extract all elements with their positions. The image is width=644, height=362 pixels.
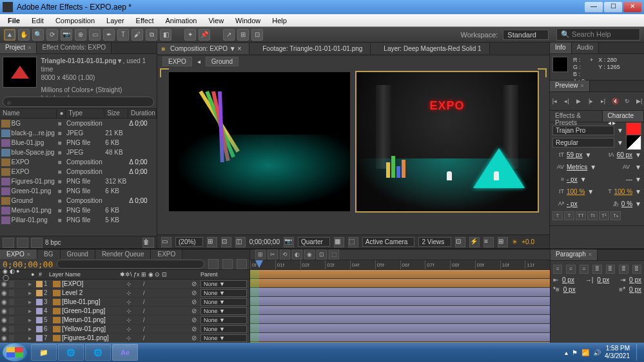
tl-tab-render[interactable]: Render Queue bbox=[95, 249, 151, 259]
bold-icon[interactable]: T bbox=[552, 211, 563, 220]
prev-frame-icon[interactable]: ◂| bbox=[562, 96, 572, 106]
grid-icon[interactable]: ⊞ bbox=[207, 237, 217, 247]
project-item[interactable]: Blue-01.jpg■PNG file6 KB bbox=[0, 138, 157, 148]
roto-tool[interactable]: ✦ bbox=[184, 29, 196, 41]
transparency-icon[interactable]: ▦ bbox=[334, 237, 344, 247]
leading[interactable]: 60 px bbox=[617, 151, 632, 158]
camera-selector[interactable]: Active Camera bbox=[362, 237, 415, 247]
italic-icon[interactable]: T bbox=[564, 211, 574, 220]
ram-preview-icon[interactable]: ▶| bbox=[634, 96, 644, 106]
type-tool[interactable]: T bbox=[117, 29, 129, 41]
delete-icon[interactable]: 🗑 bbox=[142, 238, 154, 248]
first-frame-icon[interactable]: |◂ bbox=[550, 96, 560, 106]
font-family-selector[interactable]: Trajan Pro bbox=[552, 126, 614, 135]
project-item[interactable]: BG■CompositionΔ 0;00 bbox=[0, 119, 157, 128]
layer-track[interactable] bbox=[250, 270, 550, 279]
project-item[interactable]: Figures-01.png■PNG file312 KB bbox=[0, 176, 157, 186]
selection-tool[interactable]: ▲ bbox=[4, 29, 15, 41]
project-item[interactable]: Pillar-01.png■PNG file5 KB bbox=[0, 215, 157, 225]
viewport-left[interactable] bbox=[169, 72, 350, 211]
tl-btn-3[interactable]: ⟲ bbox=[280, 249, 290, 260]
tl-btn-6[interactable]: ⊡ bbox=[317, 249, 327, 260]
indent-first[interactable]: 0 px bbox=[597, 276, 609, 283]
tl-btn-1[interactable]: ⊞ bbox=[255, 249, 266, 260]
align-center-icon[interactable]: ≡ bbox=[566, 265, 575, 274]
viewport-right[interactable]: EXPO bbox=[356, 72, 538, 211]
hand-tool[interactable]: ✋ bbox=[18, 29, 30, 41]
help-search[interactable]: 🔍 Search Help bbox=[556, 28, 640, 41]
layer-row[interactable]: ◉▸2Level 2⊹/⊘None ▼ bbox=[0, 289, 249, 298]
puppet-tool[interactable]: 📌 bbox=[199, 29, 210, 41]
new-folder-icon[interactable] bbox=[17, 238, 28, 248]
layer-track[interactable] bbox=[250, 333, 550, 342]
crumb-expo[interactable]: EXPO bbox=[162, 57, 192, 66]
menu-edit[interactable]: Edit bbox=[26, 15, 49, 26]
effects-presets-tab[interactable]: Effects & Presets bbox=[550, 111, 603, 122]
comp-mini-flowchart-icon[interactable] bbox=[208, 259, 219, 269]
play-icon[interactable]: ▶ bbox=[574, 96, 584, 106]
align-right-icon[interactable]: ≡ bbox=[580, 265, 589, 274]
layer-track[interactable] bbox=[250, 324, 550, 333]
loop-icon[interactable]: ↻ bbox=[623, 96, 632, 106]
project-item[interactable]: black-g…re.jpg■JPEG21 KB bbox=[0, 128, 157, 138]
shy-icon[interactable] bbox=[237, 259, 247, 269]
track-area[interactable] bbox=[250, 270, 550, 351]
new-comp-icon[interactable] bbox=[31, 238, 43, 248]
project-item[interactable]: EXPO■CompositionΔ 0;00 bbox=[0, 157, 157, 167]
menu-help[interactable]: Help bbox=[267, 15, 292, 26]
project-item[interactable]: Merun-01.png■PNG file6 KB bbox=[0, 205, 157, 215]
project-item[interactable]: Ground■CompositionΔ 0;00 bbox=[0, 196, 157, 205]
guide-icon[interactable]: ⊡ bbox=[221, 237, 231, 247]
mask-icon[interactable]: ◫ bbox=[235, 237, 246, 247]
draft-3d-icon[interactable] bbox=[222, 259, 233, 269]
tray-flag-icon[interactable]: ⚑ bbox=[572, 349, 578, 356]
menu-view[interactable]: View bbox=[203, 15, 229, 26]
vert-scale[interactable]: 100 % bbox=[567, 188, 585, 195]
fast-preview-icon[interactable]: ⚡ bbox=[469, 237, 480, 247]
next-frame-icon[interactable]: |▸ bbox=[586, 96, 596, 106]
close-button[interactable]: ✕ bbox=[623, 2, 641, 12]
comp-tab-footage[interactable]: Footage: Triangle-01-01-01-01.png bbox=[249, 43, 371, 54]
project-item-list[interactable]: BG■CompositionΔ 0;00black-g…re.jpg■JPEG2… bbox=[0, 119, 157, 236]
views-selector[interactable]: 2 Views bbox=[418, 237, 451, 247]
pixel-aspect-icon[interactable]: ⊡ bbox=[455, 237, 465, 247]
tl-btn-2[interactable]: ✂ bbox=[268, 249, 278, 260]
kerning[interactable]: Metrics bbox=[567, 164, 587, 171]
task-chrome-canary[interactable]: 🌐 bbox=[85, 344, 111, 361]
minimize-button[interactable]: — bbox=[585, 2, 603, 12]
layer-track[interactable] bbox=[250, 297, 550, 306]
crumb-ground[interactable]: Ground bbox=[206, 57, 239, 66]
show-desktop[interactable] bbox=[636, 344, 641, 361]
timeline-search[interactable] bbox=[57, 260, 204, 269]
effect-controls-tab[interactable]: Effect Controls: EXPO bbox=[37, 43, 112, 53]
layer-track[interactable] bbox=[250, 315, 550, 324]
justify-all-icon[interactable]: ≣ bbox=[632, 265, 641, 274]
project-item[interactable]: Green-01.png■PNG file6 KB bbox=[0, 186, 157, 196]
viewer-time[interactable]: 0;00;00;00 bbox=[249, 238, 280, 245]
layer-row[interactable]: ◉▸4[Green-01.png]⊹/⊘None ▼ bbox=[0, 307, 249, 316]
flowchart-icon[interactable]: ⊞ bbox=[498, 237, 508, 247]
layer-track[interactable] bbox=[250, 306, 550, 315]
tl-tab-bg[interactable]: BG bbox=[37, 249, 60, 259]
menu-composition[interactable]: Composition bbox=[50, 15, 100, 26]
layer-row[interactable]: ◉▸5[Merun-01.png]⊹/⊘None ▼ bbox=[0, 316, 249, 325]
camera-tool[interactable]: 📷 bbox=[61, 29, 72, 41]
maximize-button[interactable]: ☐ bbox=[604, 2, 622, 12]
tray-arrow-icon[interactable]: ▴ bbox=[565, 349, 568, 356]
world-axis[interactable]: ⊞ bbox=[237, 29, 249, 41]
align-left-icon[interactable]: ≡ bbox=[553, 265, 562, 274]
space-after[interactable]: 0 px bbox=[629, 286, 641, 293]
tl-tab-expo[interactable]: EXPO× bbox=[0, 249, 37, 259]
task-explorer[interactable]: 📁 bbox=[31, 344, 57, 361]
layer-row[interactable]: ◉▸1[EXPO]⊹/⊘None ▼ bbox=[0, 280, 249, 289]
region-icon[interactable]: ▭ bbox=[161, 237, 171, 247]
task-aftereffects[interactable]: Ae bbox=[112, 344, 138, 361]
project-item[interactable]: EXPO■CompositionΔ 0;00 bbox=[0, 167, 157, 176]
menu-layer[interactable]: Layer bbox=[101, 15, 130, 26]
tl-btn-5[interactable]: ◉ bbox=[304, 249, 315, 260]
tl-btn-7[interactable]: ⬚ bbox=[329, 249, 339, 260]
stroke-color-swatch[interactable] bbox=[626, 135, 641, 150]
project-tab[interactable]: Project× bbox=[0, 43, 37, 53]
layer-track[interactable] bbox=[250, 288, 550, 297]
pan-behind-tool[interactable]: ⊕ bbox=[75, 29, 86, 41]
